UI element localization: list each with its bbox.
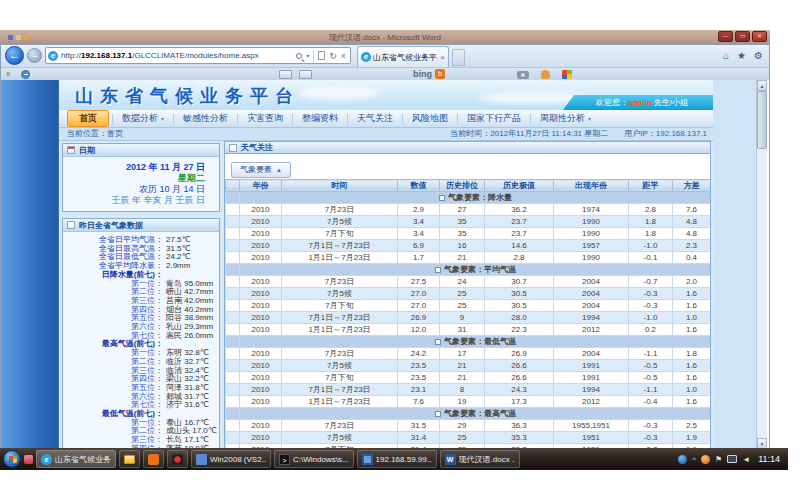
nav-item-6[interactable]: 风险地图 (403, 112, 457, 125)
volume-icon[interactable]: ◄ (742, 455, 750, 464)
cell: 23.5 (398, 360, 440, 372)
search-icon[interactable] (296, 53, 302, 59)
cell: 7月下旬 (282, 228, 398, 240)
nav-item-2[interactable]: 敏感性分析 (174, 112, 237, 125)
cell: 27.0 (398, 300, 440, 312)
vertical-scrollbar[interactable]: ▲ ▼ (756, 80, 767, 449)
cell: 3.4 (398, 216, 440, 228)
card-icon[interactable] (279, 70, 292, 79)
expand-icon[interactable] (435, 267, 441, 273)
taskbar-button-rdp[interactable]: 192.168.59.99... (357, 450, 437, 468)
cell: 31.5 (398, 420, 440, 432)
cell: 25 (440, 432, 485, 444)
scroll-up-icon[interactable]: ▲ (757, 80, 767, 91)
ie-icon: e (41, 454, 52, 465)
tray-blue-icon[interactable] (678, 455, 687, 464)
people-icon[interactable] (541, 70, 550, 79)
stop-icon[interactable]: × (341, 51, 346, 61)
nav-item-0[interactable]: 首页 (67, 110, 109, 127)
action-center-flag-icon[interactable]: ⚑ (715, 455, 722, 464)
taskbar-button-orange[interactable] (143, 450, 164, 468)
group-row[interactable]: 气象要素：最高气温 (226, 408, 711, 420)
cell: 28.0 (485, 312, 554, 324)
cell: 2010 (240, 420, 282, 432)
maximize-icon[interactable]: ▭ (735, 31, 750, 42)
camera-icon[interactable] (517, 71, 529, 79)
refresh-icon[interactable]: ↻ (329, 51, 337, 61)
browser-tab[interactable]: e 山东省气候业务平... × (357, 46, 449, 67)
taskbar-button-win[interactable]: Win2008 (VS2... (191, 450, 271, 468)
expand-cell (226, 360, 240, 372)
group-label-cell: 气象要素：最高气温 (240, 408, 711, 420)
taskbar-clock[interactable]: 11:14 (758, 454, 780, 464)
expand-icon[interactable] (435, 411, 441, 417)
apps-grid-icon[interactable] (562, 70, 572, 79)
scrollbar-thumb[interactable] (757, 91, 767, 149)
group-row[interactable]: 气象要素：降水量 (226, 192, 711, 204)
cell: 2010 (240, 204, 282, 216)
table-row: 20101月1日～7月23日12.03122.320120.21.6 (226, 324, 711, 336)
toolbar-close-icon[interactable]: x (6, 69, 10, 78)
nav-item-4[interactable]: 整编资料 (293, 112, 347, 125)
nav-item-1[interactable]: 数据分析▾ (113, 112, 173, 125)
favorites-star-icon[interactable]: ★ (737, 49, 746, 63)
new-tab-button[interactable] (452, 49, 465, 66)
firefox-icon[interactable] (701, 455, 710, 464)
column-header-1: 时间 (282, 180, 398, 192)
taskbar-button-folder[interactable] (119, 450, 140, 468)
cell: 17 (440, 348, 485, 360)
chevron-down-icon[interactable]: ▾ (306, 52, 309, 59)
bing-badge-icon: b (435, 69, 445, 79)
cell: 16 (440, 240, 485, 252)
chevron-up-icon: ▲ (276, 167, 282, 173)
mail-icon[interactable] (299, 70, 312, 79)
tools-gear-icon[interactable]: ⚙ (754, 49, 763, 63)
taskbar-button-media[interactable] (167, 450, 188, 468)
bing-logo[interactable]: bing b (413, 69, 445, 79)
cell: 24.2 (398, 348, 440, 360)
taskbar-button-word[interactable]: W现代汉语.docx ... (440, 450, 520, 468)
taskbar-button-cmd[interactable]: >C:\Windows\s... (274, 450, 354, 468)
url-text[interactable]: http://192.168.137.1/GLCCLIMATE/modules/… (61, 51, 294, 60)
ganzhi-date: 壬辰 年 辛亥 月 壬辰 日 (67, 195, 205, 206)
welcome-banner: 欢迎您：admin 先生/小姐 (563, 95, 713, 110)
cell: 21 (440, 360, 485, 372)
cell: 2004 (554, 300, 629, 312)
expand-cell (226, 432, 240, 444)
back-button[interactable]: ← (5, 46, 24, 65)
pinned-app-icon[interactable] (24, 455, 33, 464)
cell: 1.6 (673, 396, 711, 408)
cell: 2010 (240, 396, 282, 408)
taskbar: e山东省气候业务平台Win2008 (VS2...>C:\Windows\s..… (0, 448, 788, 470)
element-filter-button[interactable]: 气象要素 ▲ (231, 162, 291, 178)
home-icon[interactable]: ⌂ (723, 49, 729, 63)
nav-item-8[interactable]: 周期性分析▾ (531, 112, 600, 125)
tab-close-icon[interactable]: × (440, 53, 445, 62)
network-icon[interactable] (727, 455, 737, 463)
circle-dash-icon[interactable] (21, 70, 30, 79)
start-button[interactable] (3, 450, 21, 468)
nav-item-3[interactable]: 灾害查询 (238, 112, 292, 125)
table-row: 20107月5候31.42535.31951-0.31.9 (226, 432, 711, 444)
tray-expand-icon[interactable]: ^ (692, 455, 696, 464)
cell: 1.6 (673, 288, 711, 300)
taskbar-buttons: e山东省气候业务平台Win2008 (VS2...>C:\Windows\s..… (36, 450, 520, 468)
cell: 35 (440, 228, 485, 240)
group-row[interactable]: 气象要素：平均气温 (226, 264, 711, 276)
compatibility-view-icon[interactable] (318, 51, 325, 60)
cell: 7月23日 (282, 276, 398, 288)
group-row[interactable]: 气象要素：最低气温 (226, 336, 711, 348)
cell: 21 (440, 372, 485, 384)
cell: 1990 (554, 252, 629, 264)
expand-icon[interactable] (439, 195, 445, 201)
expand-icon[interactable] (435, 339, 441, 345)
close-icon[interactable]: ✕ (752, 31, 767, 42)
address-bar[interactable]: e http://192.168.137.1/GLCCLIMATE/module… (45, 47, 351, 64)
nav-item-5[interactable]: 天气关注 (348, 112, 402, 125)
nav-item-7[interactable]: 国家下行产品 (458, 112, 530, 125)
taskbar-button-ie[interactable]: e山东省气候业务平台 (36, 450, 116, 468)
cell: 7月5候 (282, 216, 398, 228)
minimize-icon[interactable]: — (718, 31, 733, 42)
forward-button[interactable]: → (27, 48, 42, 63)
cell: 1.8 (673, 348, 711, 360)
